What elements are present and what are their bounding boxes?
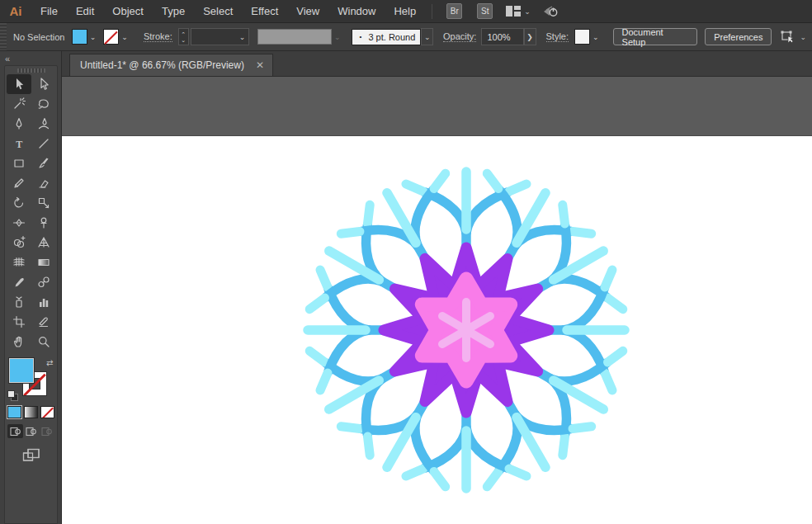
menu-help[interactable]: Help bbox=[385, 0, 425, 23]
menu-type[interactable]: Type bbox=[153, 0, 194, 23]
fill-stroke-widget: ⇄ bbox=[7, 358, 55, 401]
screen-mode-button[interactable] bbox=[22, 448, 40, 462]
shape-builder-tool[interactable] bbox=[7, 233, 31, 253]
snowflake-artwork[interactable] bbox=[293, 157, 640, 503]
tools-panel-grip[interactable] bbox=[17, 68, 45, 73]
document-setup-button[interactable]: Document Setup bbox=[613, 28, 698, 45]
rectangle-tool[interactable] bbox=[7, 153, 31, 173]
menu-window[interactable]: Window bbox=[328, 0, 385, 23]
width-profile-chevron-disabled: ⌄ bbox=[334, 33, 341, 41]
select-similar-button[interactable]: ⌄ bbox=[780, 30, 806, 44]
graphic-style-swatch[interactable] bbox=[574, 29, 590, 45]
stroke-weight-dropdown[interactable]: ⌄ bbox=[191, 28, 249, 45]
opacity-arrow-button[interactable]: ❯ bbox=[524, 28, 536, 45]
brush-dropdown-chevron[interactable]: ⌄ bbox=[421, 28, 433, 45]
close-tab-icon[interactable]: ✕ bbox=[256, 59, 264, 71]
brush-dot-icon: • bbox=[360, 33, 362, 40]
shaper-tool[interactable] bbox=[7, 173, 31, 193]
swap-fill-stroke-icon[interactable]: ⇄ bbox=[46, 358, 53, 367]
menubar-divider bbox=[432, 4, 432, 19]
workspace-switcher-button[interactable]: ⌄ bbox=[506, 6, 531, 17]
brush-name: 3 pt. Round bbox=[368, 32, 415, 42]
gradient-button[interactable] bbox=[24, 406, 38, 418]
direct-selection-tool[interactable] bbox=[31, 74, 56, 94]
stock-button[interactable]: St bbox=[477, 3, 493, 19]
eyedropper-tool[interactable] bbox=[7, 272, 31, 292]
stroke-color-dropdown[interactable]: ⌄ bbox=[119, 29, 130, 45]
document-tab-title: Untitled-1* @ 66.67% (RGB/Preview) bbox=[80, 59, 244, 71]
share-button[interactable] bbox=[542, 5, 559, 18]
stepper-down-icon[interactable]: ⌄ bbox=[181, 37, 186, 43]
document-area: Untitled-1* @ 66.67% (RGB/Preview) ✕ bbox=[62, 51, 812, 524]
share-power-icon bbox=[542, 5, 559, 18]
draw-behind-button[interactable] bbox=[23, 424, 39, 438]
menu-select[interactable]: Select bbox=[194, 0, 242, 23]
stroke-panel-link[interactable]: Stroke: bbox=[144, 31, 172, 42]
default-fill-stroke-icon[interactable] bbox=[7, 390, 18, 401]
menu-edit[interactable]: Edit bbox=[67, 0, 103, 23]
artboard-tool[interactable] bbox=[7, 312, 31, 332]
zoom-tool[interactable] bbox=[31, 332, 56, 352]
hand-tool[interactable] bbox=[7, 332, 31, 352]
pen-tool[interactable] bbox=[7, 114, 31, 134]
selection-tool[interactable] bbox=[7, 74, 31, 94]
style-dropdown-chevron[interactable]: ⌄ bbox=[590, 29, 602, 45]
symbol-sprayer-tool[interactable] bbox=[7, 292, 31, 312]
menu-file[interactable]: File bbox=[31, 0, 67, 23]
draw-inside-button[interactable] bbox=[39, 424, 54, 438]
lasso-tool[interactable] bbox=[31, 94, 56, 114]
tools-panel: T bbox=[4, 65, 58, 524]
chevron-down-icon: ⌄ bbox=[524, 7, 531, 16]
control-bar: No Selection ⌄ ⌄ Stroke: ⌃ ⌄ ⌄ ⌄ • 3 pt.… bbox=[0, 23, 812, 51]
blend-tool[interactable] bbox=[31, 272, 56, 292]
slice-tool[interactable] bbox=[31, 312, 56, 332]
magic-wand-tool[interactable] bbox=[7, 94, 31, 114]
color-button[interactable] bbox=[7, 406, 21, 418]
tools-grid: T bbox=[7, 74, 56, 352]
workspace-switcher-icon bbox=[506, 6, 521, 17]
collapse-panel-button[interactable]: « bbox=[0, 51, 61, 65]
screen-mode-icon bbox=[22, 448, 40, 462]
opacity-field[interactable]: 100% bbox=[481, 28, 523, 45]
puppet-warp-tool[interactable] bbox=[31, 213, 56, 233]
opacity-link[interactable]: Opacity: bbox=[443, 31, 476, 42]
type-tool[interactable]: T bbox=[7, 134, 31, 153]
document-tab-bar: Untitled-1* @ 66.67% (RGB/Preview) ✕ bbox=[62, 51, 812, 77]
stepper-up-icon[interactable]: ⌃ bbox=[181, 31, 186, 37]
eraser-tool[interactable] bbox=[31, 173, 56, 193]
canvas-viewport[interactable] bbox=[62, 77, 812, 524]
preferences-button[interactable]: Preferences bbox=[705, 28, 772, 45]
curvature-tool[interactable] bbox=[31, 114, 56, 134]
bridge-button[interactable]: Br bbox=[446, 3, 462, 19]
svg-text:T: T bbox=[16, 139, 22, 150]
rotate-tool[interactable] bbox=[7, 193, 31, 213]
chevron-down-icon: ⌄ bbox=[800, 33, 806, 41]
none-button[interactable] bbox=[40, 406, 54, 418]
width-tool[interactable] bbox=[7, 213, 31, 233]
width-profile-dropdown[interactable] bbox=[257, 29, 333, 45]
menu-effect[interactable]: Effect bbox=[242, 0, 287, 23]
menu-view[interactable]: View bbox=[287, 0, 328, 23]
perspective-grid-tool[interactable] bbox=[31, 233, 56, 253]
fill-proxy-swatch[interactable] bbox=[9, 358, 34, 383]
paintbrush-tool[interactable] bbox=[31, 153, 56, 173]
brush-definition-dropdown[interactable]: • 3 pt. Round bbox=[352, 29, 422, 45]
column-graph-tool[interactable] bbox=[31, 292, 56, 312]
draw-normal-button[interactable] bbox=[7, 424, 23, 438]
fill-color-dropdown[interactable]: ⌄ bbox=[87, 29, 99, 45]
fill-color-swatch[interactable] bbox=[72, 29, 87, 45]
menu-object[interactable]: Object bbox=[103, 0, 153, 23]
stroke-weight-stepper[interactable]: ⌃ ⌄ bbox=[178, 28, 189, 45]
gradient-tool[interactable] bbox=[31, 253, 56, 272]
document-tab[interactable]: Untitled-1* @ 66.67% (RGB/Preview) ✕ bbox=[69, 54, 273, 76]
line-segment-tool[interactable] bbox=[31, 134, 56, 153]
select-similar-icon bbox=[780, 30, 796, 44]
drawing-mode-buttons bbox=[7, 424, 54, 438]
stroke-color-swatch[interactable] bbox=[103, 29, 119, 45]
control-bar-grip[interactable] bbox=[0, 23, 7, 50]
menu-bar: Ai File Edit Object Type Select Effect V… bbox=[0, 0, 812, 23]
mesh-tool[interactable] bbox=[7, 253, 31, 272]
scale-tool[interactable] bbox=[31, 193, 56, 213]
style-link[interactable]: Style: bbox=[546, 31, 569, 42]
selection-status: No Selection bbox=[13, 32, 68, 42]
